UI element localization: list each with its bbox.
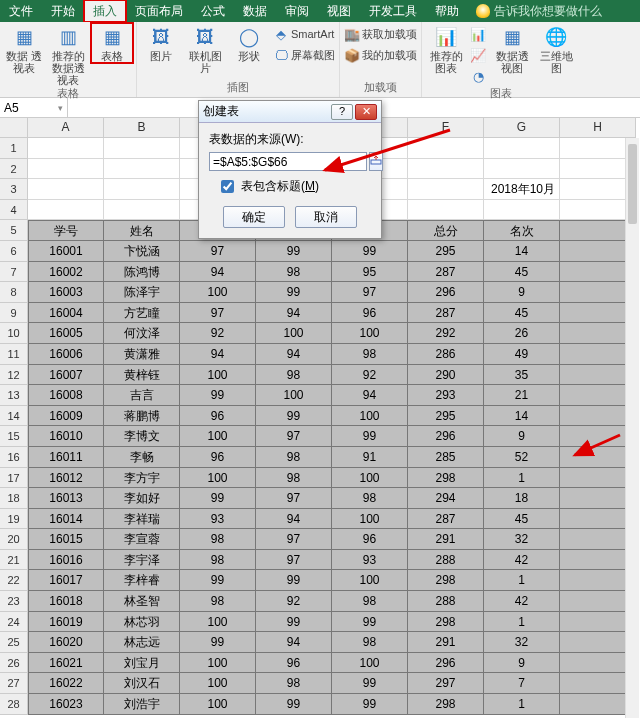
cell[interactable]: 292 — [408, 323, 484, 344]
cell[interactable] — [408, 159, 484, 180]
cell[interactable]: 学号 — [28, 220, 104, 241]
headers-checkbox[interactable] — [221, 180, 234, 193]
cell[interactable]: 98 — [332, 632, 408, 653]
row-header-13[interactable]: 13 — [0, 385, 28, 406]
cell[interactable]: 26 — [484, 323, 560, 344]
cell[interactable]: 9 — [484, 653, 560, 674]
row-header-25[interactable]: 25 — [0, 632, 28, 653]
table-row[interactable]: 16008吉言991009429321 — [28, 385, 636, 406]
cell[interactable]: 吉言 — [104, 385, 180, 406]
row-header-23[interactable]: 23 — [0, 591, 28, 612]
cell[interactable]: 李如好 — [104, 488, 180, 509]
cell[interactable]: 287 — [408, 262, 484, 283]
cell[interactable] — [28, 200, 104, 221]
cell[interactable]: 94 — [256, 303, 332, 324]
cell[interactable]: 李博文 — [104, 426, 180, 447]
cell[interactable] — [28, 138, 104, 159]
cell[interactable]: 16016 — [28, 550, 104, 571]
range-collapse-button[interactable] — [369, 152, 383, 171]
cell[interactable]: 45 — [484, 509, 560, 530]
col-header-G[interactable]: G — [484, 118, 560, 138]
row-header-1[interactable]: 1 — [0, 138, 28, 159]
cell[interactable]: 99 — [256, 241, 332, 262]
cell[interactable]: 291 — [408, 632, 484, 653]
cell[interactable]: 94 — [332, 385, 408, 406]
cell[interactable]: 99 — [332, 612, 408, 633]
ribbon-tab-5[interactable]: 数据 — [234, 0, 276, 22]
cell[interactable]: 99 — [256, 282, 332, 303]
cell[interactable] — [484, 138, 560, 159]
cell[interactable]: 2018年10月 — [484, 179, 560, 200]
cell[interactable]: 98 — [332, 488, 408, 509]
cell[interactable]: 49 — [484, 344, 560, 365]
cell[interactable]: 何汶泽 — [104, 323, 180, 344]
cell[interactable]: 16009 — [28, 406, 104, 427]
table-row[interactable]: 16021刘宝月100961002969 — [28, 653, 636, 674]
cell[interactable]: 97 — [256, 488, 332, 509]
cell[interactable]: 100 — [332, 653, 408, 674]
cell[interactable]: 287 — [408, 303, 484, 324]
table-row[interactable]: 16016李宇泽98979328842 — [28, 550, 636, 571]
cell[interactable]: 16001 — [28, 241, 104, 262]
row-header-5[interactable]: 5 — [0, 220, 28, 241]
cell[interactable] — [408, 200, 484, 221]
cell[interactable]: 99 — [256, 612, 332, 633]
cell[interactable]: 99 — [332, 694, 408, 715]
cell[interactable]: 黄梓钰 — [104, 365, 180, 386]
cell[interactable]: 95 — [332, 262, 408, 283]
row-header-6[interactable]: 6 — [0, 241, 28, 262]
tell-me-search[interactable]: 告诉我你想要做什么 — [468, 0, 602, 22]
cell[interactable] — [408, 138, 484, 159]
cell[interactable]: 100 — [180, 694, 256, 715]
shapes-button[interactable]: ◯ 形状 — [229, 24, 269, 62]
cell[interactable]: 卞悦涵 — [104, 241, 180, 262]
cell[interactable] — [104, 159, 180, 180]
ribbon-tab-8[interactable]: 开发工具 — [360, 0, 426, 22]
row-header-28[interactable]: 28 — [0, 694, 28, 715]
cell[interactable]: 16008 — [28, 385, 104, 406]
cell[interactable]: 16006 — [28, 344, 104, 365]
table-row[interactable]: 16005何汶泽9210010029226 — [28, 323, 636, 344]
cell[interactable]: 刘宝月 — [104, 653, 180, 674]
cell[interactable]: 295 — [408, 406, 484, 427]
row-header-4[interactable]: 4 — [0, 200, 28, 221]
row-header-19[interactable]: 19 — [0, 509, 28, 530]
screenshot-button[interactable]: 🖵 屏幕截图 — [273, 45, 335, 65]
row-header-20[interactable]: 20 — [0, 529, 28, 550]
vertical-scrollbar[interactable] — [625, 138, 639, 718]
cell[interactable] — [484, 200, 560, 221]
cell[interactable]: 16002 — [28, 262, 104, 283]
cell[interactable]: 98 — [180, 591, 256, 612]
table-row[interactable]: 16018林圣智98929828842 — [28, 591, 636, 612]
row-header-12[interactable]: 12 — [0, 365, 28, 386]
cell[interactable]: 92 — [332, 365, 408, 386]
cell[interactable]: 98 — [256, 262, 332, 283]
cell[interactable]: 98 — [256, 468, 332, 489]
cell[interactable]: 294 — [408, 488, 484, 509]
table-button[interactable]: ▦ 表格 — [92, 24, 132, 62]
ribbon-tab-2[interactable]: 插入 — [84, 0, 126, 22]
cell[interactable]: 9 — [484, 426, 560, 447]
cell[interactable]: 林圣智 — [104, 591, 180, 612]
cell[interactable]: 99 — [332, 673, 408, 694]
table-row[interactable]: 16002陈鸿博94989528745 — [28, 262, 636, 283]
cell[interactable]: 100 — [180, 612, 256, 633]
cell[interactable]: 100 — [332, 468, 408, 489]
table-row[interactable]: 16009蒋鹏博969910029514 — [28, 406, 636, 427]
cell[interactable]: 16013 — [28, 488, 104, 509]
row-header-15[interactable]: 15 — [0, 426, 28, 447]
cell[interactable]: 99 — [256, 694, 332, 715]
cell[interactable]: 97 — [256, 529, 332, 550]
cell[interactable]: 蒋鹏博 — [104, 406, 180, 427]
cell[interactable]: 16023 — [28, 694, 104, 715]
table-row[interactable]: 16006黄潇雅94949828649 — [28, 344, 636, 365]
cell[interactable]: 21 — [484, 385, 560, 406]
cell[interactable]: 林芯羽 — [104, 612, 180, 633]
cell[interactable]: 16005 — [28, 323, 104, 344]
cell[interactable]: 16017 — [28, 570, 104, 591]
scrollbar-thumb[interactable] — [628, 144, 637, 224]
row-header-8[interactable]: 8 — [0, 282, 28, 303]
cell[interactable]: 286 — [408, 344, 484, 365]
cell[interactable]: 100 — [332, 323, 408, 344]
cell[interactable]: 方艺瞳 — [104, 303, 180, 324]
